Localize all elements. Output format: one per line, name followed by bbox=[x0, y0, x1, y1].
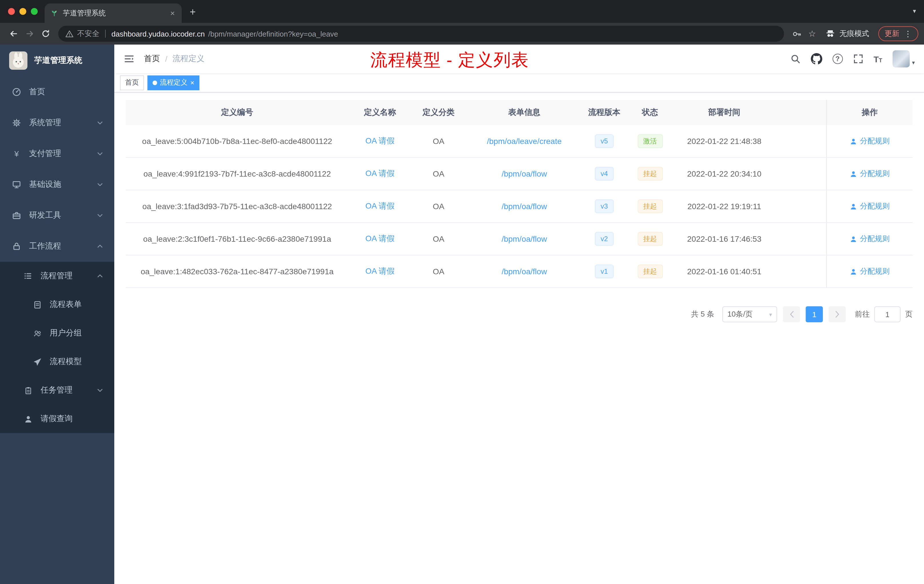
browser-tab[interactable]: 芋道管理系统 × bbox=[45, 3, 182, 23]
version-badge: v1 bbox=[595, 265, 614, 278]
browser-menu-icon[interactable]: ⋮ bbox=[904, 29, 912, 38]
reload-icon[interactable] bbox=[38, 29, 54, 38]
breadcrumb-home[interactable]: 首页 bbox=[144, 54, 160, 64]
cell-deploy-time: 2022-01-22 21:48:38 bbox=[674, 125, 774, 157]
tasks-icon bbox=[23, 386, 33, 394]
table-row: oa_leave:5:004b710b-7b8a-11ec-8ef0-acde4… bbox=[126, 125, 912, 158]
definition-name-link[interactable]: OA 请假 bbox=[365, 201, 395, 211]
col-definition-id: 定义编号 bbox=[126, 100, 348, 125]
key-icon[interactable] bbox=[792, 29, 802, 39]
active-tag-dot bbox=[153, 80, 157, 85]
header-actions: ? TT ▾ bbox=[790, 50, 915, 68]
assign-rule-link[interactable]: 分配规则 bbox=[850, 136, 890, 146]
col-definition-name: 定义名称 bbox=[348, 100, 411, 125]
status-badge: 挂起 bbox=[637, 200, 663, 213]
workflow-icon bbox=[12, 242, 22, 251]
infrastructure-icon bbox=[12, 180, 22, 189]
user-group-icon bbox=[32, 329, 42, 337]
cell-definition-id: oa_leave:3:1fad3d93-7b75-11ec-a3c8-acde4… bbox=[126, 190, 348, 222]
tab-close-icon[interactable]: × bbox=[169, 8, 176, 18]
sidebar-item-task-management[interactable]: 任务管理 bbox=[0, 376, 114, 404]
help-icon[interactable]: ? bbox=[832, 54, 843, 64]
window-minimize-button[interactable] bbox=[20, 8, 26, 15]
sidebar-item-system[interactable]: 系统管理 bbox=[0, 107, 114, 138]
window-zoom-button[interactable] bbox=[31, 8, 38, 15]
tag-close-icon[interactable]: × bbox=[190, 79, 194, 87]
sidebar-item-devtools[interactable]: 研发工具 bbox=[0, 200, 114, 231]
search-icon[interactable] bbox=[790, 54, 800, 64]
url-path: /bpm/manager/definition?key=oa_leave bbox=[208, 30, 338, 38]
tags-view: 首页 流程定义 × bbox=[114, 73, 924, 92]
chevron-down-icon bbox=[97, 183, 103, 186]
incognito-icon bbox=[825, 28, 835, 39]
cell-definition-id: oa_leave:1:482ec033-762a-11ec-8477-a2380… bbox=[126, 256, 348, 287]
forward-icon[interactable] bbox=[22, 29, 38, 38]
version-badge: v2 bbox=[595, 232, 614, 246]
caret-down-icon: ▾ bbox=[912, 59, 915, 66]
url-divider bbox=[105, 30, 106, 38]
next-page-button[interactable] bbox=[828, 306, 846, 322]
definition-name-link[interactable]: OA 请假 bbox=[365, 168, 395, 179]
form-link[interactable]: /bpm/oa/flow bbox=[502, 234, 547, 243]
sidebar-item-process-management[interactable]: 流程管理 bbox=[0, 262, 114, 290]
update-label: 更新 bbox=[884, 28, 899, 39]
user-icon bbox=[850, 268, 857, 275]
col-status: 状态 bbox=[626, 100, 674, 125]
address-bar[interactable]: 不安全 dashboard.yudao.iocoder.cn /bpm/mana… bbox=[58, 26, 784, 42]
new-tab-button[interactable]: + bbox=[190, 6, 196, 18]
definition-name-link[interactable]: OA 请假 bbox=[365, 136, 395, 146]
form-link[interactable]: /bpm/oa/flow bbox=[502, 202, 547, 211]
assign-rule-link[interactable]: 分配规则 bbox=[850, 266, 890, 277]
col-process-version: 流程版本 bbox=[583, 100, 626, 125]
page-size-value: 10条/页 bbox=[728, 309, 752, 319]
definition-name-link[interactable]: OA 请假 bbox=[365, 234, 395, 244]
assign-rule-link[interactable]: 分配规则 bbox=[850, 201, 890, 211]
tag-process-definition[interactable]: 流程定义 × bbox=[147, 75, 200, 90]
bookmark-star-icon[interactable]: ☆ bbox=[808, 28, 816, 39]
window-close-button[interactable] bbox=[8, 8, 15, 15]
page-size-select[interactable]: 10条/页 ▾ bbox=[722, 306, 777, 322]
page-number-button[interactable]: 1 bbox=[806, 306, 823, 322]
cell-category: OA bbox=[411, 223, 466, 255]
sidebar: 芋道管理系统 首页 系统管理 ¥ 支付管理 bbox=[0, 45, 114, 584]
col-definition-category: 定义分类 bbox=[411, 100, 466, 125]
form-link[interactable]: /bpm/oa/flow bbox=[502, 267, 547, 276]
tag-home[interactable]: 首页 bbox=[120, 75, 144, 90]
sidebar-item-label: 任务管理 bbox=[41, 385, 73, 396]
cell-category: OA bbox=[411, 256, 466, 287]
sidebar-item-leave-query[interactable]: 请假查询 bbox=[0, 404, 114, 433]
prev-page-button[interactable] bbox=[783, 306, 800, 322]
sidebar-item-payment[interactable]: ¥ 支付管理 bbox=[0, 138, 114, 169]
chevron-up-icon bbox=[97, 274, 103, 278]
tab-search-icon[interactable]: ▾ bbox=[913, 7, 916, 15]
sidebar-logo[interactable]: 芋道管理系统 bbox=[0, 45, 114, 77]
chevron-down-icon bbox=[97, 214, 103, 217]
sidebar-item-label: 首页 bbox=[29, 87, 45, 97]
cell-definition-id: oa_leave:5:004b710b-7b8a-11ec-8ef0-acde4… bbox=[126, 125, 348, 157]
app-header: 首页 / 流程定义 流程模型 - 定义列表 ? TT bbox=[114, 45, 924, 73]
sidebar-item-home[interactable]: 首页 bbox=[0, 77, 114, 107]
devtools-icon bbox=[12, 211, 22, 220]
goto-page-input[interactable] bbox=[874, 306, 901, 322]
chevron-down-icon bbox=[97, 389, 103, 392]
avatar[interactable] bbox=[893, 50, 910, 68]
assign-rule-link[interactable]: 分配规则 bbox=[850, 234, 890, 244]
assign-rule-link[interactable]: 分配规则 bbox=[850, 168, 890, 179]
browser-update-button[interactable]: 更新 ⋮ bbox=[878, 26, 918, 41]
sidebar-item-infrastructure[interactable]: 基础设施 bbox=[0, 169, 114, 200]
sidebar-item-process-model[interactable]: 流程模型 bbox=[0, 347, 114, 376]
sidebar-toggle-icon[interactable] bbox=[124, 53, 135, 64]
user-menu[interactable]: ▾ bbox=[893, 50, 915, 68]
form-link[interactable]: /bpm/oa/flow bbox=[502, 169, 547, 178]
sidebar-item-process-form[interactable]: 流程表单 bbox=[0, 290, 114, 319]
definition-name-link[interactable]: OA 请假 bbox=[365, 266, 395, 277]
github-icon[interactable] bbox=[810, 53, 822, 64]
back-icon[interactable] bbox=[6, 29, 22, 38]
status-badge: 挂起 bbox=[637, 232, 663, 246]
form-link[interactable]: /bpm/oa/leave/create bbox=[487, 137, 562, 146]
sidebar-item-workflow[interactable]: 工作流程 bbox=[0, 231, 114, 262]
font-size-icon[interactable]: TT bbox=[873, 54, 882, 64]
app-frame: 芋道管理系统 首页 系统管理 ¥ 支付管理 bbox=[0, 45, 924, 584]
fullscreen-icon[interactable] bbox=[853, 54, 863, 64]
sidebar-item-user-group[interactable]: 用户分组 bbox=[0, 319, 114, 347]
